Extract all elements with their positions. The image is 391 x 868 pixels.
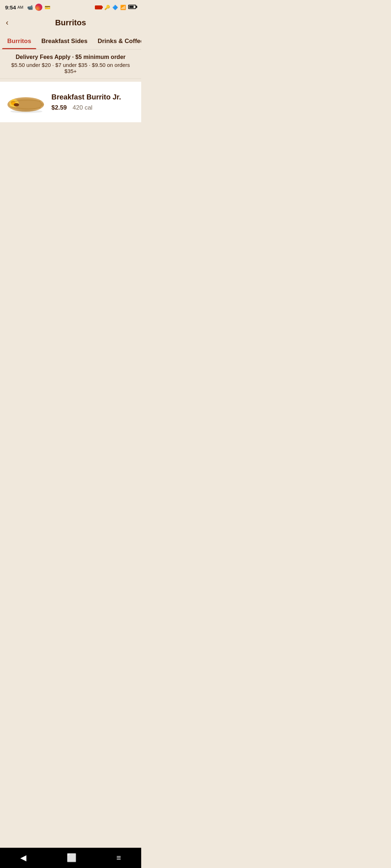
delivery-main-text: Delivery Fees Apply · $5 minimum order [6, 54, 135, 60]
menu-item-breakfast-burrito-jr[interactable]: Breakfast Burrito Jr. $2.59 420 cal [0, 82, 141, 122]
svg-point-5 [10, 110, 42, 113]
bottom-nav-bar: ◀ ⬜ ≡ [0, 848, 141, 868]
menu-section: Breakfast Burrito Jr. $2.59 420 cal [0, 82, 141, 122]
nav-home-button[interactable]: ⬜ [59, 850, 84, 865]
page-title: Burritos [55, 18, 86, 27]
bluetooth-icon: 🔷 [112, 5, 118, 10]
payment-icon: 💳 [45, 5, 50, 10]
key-icon: 🔑 [104, 5, 110, 10]
menu-item-calories: 420 cal [73, 104, 93, 111]
tab-burritos[interactable]: Burritos [2, 33, 36, 49]
tab-breakfast-sides[interactable]: Breakfast Sides [36, 33, 93, 49]
svg-point-4 [14, 103, 19, 106]
menu-item-info: Breakfast Burrito Jr. $2.59 420 cal [46, 93, 135, 111]
delivery-banner: Delivery Fees Apply · $5 minimum order $… [0, 50, 141, 79]
battery-icon [128, 4, 136, 10]
status-time-suffix: AM [17, 5, 24, 9]
status-icons-left: 📹 💳 [27, 4, 50, 11]
battery-red-icon [95, 5, 102, 9]
nav-back-button[interactable]: ◀ [13, 850, 34, 865]
status-time: 9:54 [5, 4, 16, 10]
delivery-detail-text: $5.50 under $20 · $7 under $35 · $9.50 o… [6, 62, 135, 74]
back-button[interactable]: ‹ [6, 19, 8, 27]
header: ‹ Burritos [0, 14, 141, 33]
wifi-icon: 📶 [120, 5, 126, 10]
nav-menu-button[interactable]: ≡ [109, 850, 129, 865]
menu-item-price: $2.59 [51, 104, 67, 111]
status-bar: 9:54 AM 📹 💳 🔑 🔷 📶 [0, 0, 141, 14]
menu-item-image [6, 88, 46, 116]
menu-item-name: Breakfast Burrito Jr. [51, 93, 135, 101]
empty-content-area [0, 125, 141, 414]
status-bar-left: 9:54 AM 📹 💳 [5, 4, 50, 11]
tab-drinks-coffee[interactable]: Drinks & Coffee [93, 33, 141, 49]
burrito-image-svg [6, 89, 46, 115]
video-icon: 📹 [27, 5, 33, 10]
tabs-list: Burritos Breakfast Sides Drinks & Coffee… [0, 33, 141, 49]
tabs-container: Burritos Breakfast Sides Drinks & Coffee… [0, 33, 141, 50]
status-bar-right: 🔑 🔷 📶 [95, 4, 136, 10]
menu-item-details: $2.59 420 cal [51, 104, 135, 111]
instagram-icon [35, 4, 42, 11]
